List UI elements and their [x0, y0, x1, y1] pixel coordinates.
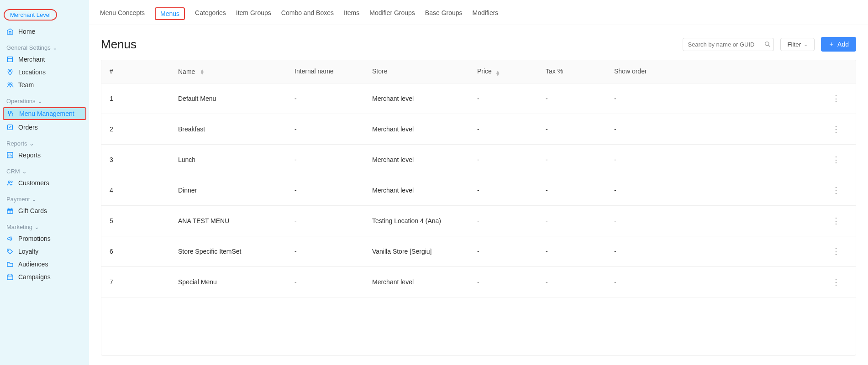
column-store[interactable]: Store [372, 68, 477, 76]
cell-idx: 7 [110, 278, 178, 286]
table-row[interactable]: 1Default Menu-Merchant level---⋮ [101, 83, 856, 114]
sidebar-item-label: Home [18, 28, 35, 35]
cell-tax: - [546, 95, 614, 102]
cell-store: Merchant level [372, 125, 477, 133]
search-input[interactable] [688, 41, 764, 48]
section-label: Payment [6, 196, 30, 203]
tab-item-groups[interactable]: Item Groups [236, 9, 271, 23]
sidebar-item-home[interactable]: Home [0, 25, 89, 38]
home-icon [6, 28, 14, 35]
cell-name: ANA TEST MENU [178, 217, 295, 224]
sidebar-item-orders[interactable]: Orders [0, 121, 89, 134]
sidebar-item-menu-management[interactable]: Menu Management [3, 107, 86, 120]
table-header: # Name ▲▼ Internal name Store Price ▲▼ T… [101, 60, 856, 83]
sidebar-item-label: Merchant [18, 56, 45, 63]
tab-menu-concepts[interactable]: Menu Concepts [100, 9, 145, 23]
cell-store: Merchant level [372, 95, 477, 102]
cell-name: Breakfast [178, 125, 295, 133]
table-row[interactable]: 7Special Menu-Merchant level---⋮ [101, 267, 856, 297]
column-price[interactable]: Price ▲▼ [477, 68, 546, 76]
row-actions-menu[interactable]: ⋮ [829, 125, 843, 134]
tab-menus[interactable]: Menus [155, 7, 185, 20]
add-button[interactable]: ＋ Add [821, 37, 856, 52]
column-idx[interactable]: # [110, 68, 178, 76]
location-icon [6, 68, 14, 76]
cell-internal: - [295, 248, 372, 255]
cell-store: Merchant level [372, 156, 477, 163]
row-actions-menu[interactable]: ⋮ [829, 186, 843, 195]
section-reports[interactable]: Reports ⌄ [0, 134, 89, 149]
column-show-order[interactable]: Show order [614, 68, 683, 76]
section-payment[interactable]: Payment ⌄ [0, 189, 89, 204]
table-row[interactable]: 4Dinner-Merchant level---⋮ [101, 175, 856, 206]
tab-combo-and-boxes[interactable]: Combo and Boxes [281, 9, 334, 23]
filter-button[interactable]: Filter ⌄ [780, 38, 815, 51]
sidebar-item-promotions[interactable]: Promotions [0, 232, 89, 245]
column-internal-name[interactable]: Internal name [295, 68, 372, 76]
sidebar-item-team[interactable]: Team [0, 78, 89, 91]
sidebar-item-label: Locations [18, 68, 46, 76]
svg-point-2 [11, 83, 12, 84]
main-content: Menu ConceptsMenusCategoriesItem GroupsC… [89, 0, 868, 365]
sidebar-item-gift-cards[interactable]: Gift Cards [0, 204, 89, 217]
sort-icon: ▲▼ [200, 69, 205, 74]
column-tax[interactable]: Tax % [546, 68, 614, 76]
cell-internal: - [295, 95, 372, 102]
table-row[interactable]: 2Breakfast-Merchant level---⋮ [101, 114, 856, 145]
tab-items[interactable]: Items [344, 9, 359, 23]
section-label: Reports [6, 140, 27, 147]
svg-point-8 [8, 250, 9, 250]
column-label: Price [477, 68, 492, 75]
svg-point-1 [8, 83, 10, 84]
search-icon [764, 41, 771, 47]
cell-internal: - [295, 217, 372, 224]
sidebar-item-customers[interactable]: Customers [0, 177, 89, 189]
sidebar-item-reports[interactable]: Reports [0, 149, 89, 162]
row-actions-menu[interactable]: ⋮ [829, 155, 843, 164]
cell-order: - [614, 248, 683, 255]
page-title: Menus [101, 37, 137, 52]
row-actions-menu[interactable]: ⋮ [829, 94, 843, 103]
sidebar-item-label: Gift Cards [18, 207, 47, 214]
cell-tax: - [546, 187, 614, 194]
tab-categories[interactable]: Categories [195, 9, 226, 23]
row-actions-menu[interactable]: ⋮ [829, 216, 843, 225]
cell-price: - [477, 156, 546, 163]
section-marketing[interactable]: Marketing ⌄ [0, 217, 89, 232]
section-general-settings[interactable]: General Settings ⌄ [0, 38, 89, 53]
merchant-level-badge[interactable]: Merchant Level [4, 9, 57, 21]
sidebar-item-campaigns[interactable]: Campaigns [0, 271, 89, 283]
menus-table: # Name ▲▼ Internal name Store Price ▲▼ T… [101, 60, 856, 356]
cell-price: - [477, 217, 546, 224]
page-header: Menus Filter ⌄ ＋ Add [89, 25, 868, 60]
cell-idx: 3 [110, 156, 178, 163]
sidebar-item-merchant[interactable]: Merchant [0, 53, 89, 66]
sidebar-item-locations[interactable]: Locations [0, 66, 89, 78]
svg-rect-9 [7, 275, 13, 280]
cell-idx: 4 [110, 187, 178, 194]
search-box[interactable] [683, 38, 774, 51]
cell-store: Vanilla Store [Sergiu] [372, 248, 477, 255]
tab-base-groups[interactable]: Base Groups [425, 9, 463, 23]
cell-price: - [477, 125, 546, 133]
cell-order: - [614, 95, 683, 102]
column-label: Name [178, 68, 195, 75]
table-row[interactable]: 3Lunch-Merchant level---⋮ [101, 145, 856, 175]
tab-modifiers[interactable]: Modifiers [473, 9, 499, 23]
sidebar-item-audiences[interactable]: Audiences [0, 258, 89, 271]
table-body[interactable]: 1Default Menu-Merchant level---⋮2Breakfa… [101, 83, 856, 355]
table-row[interactable]: 6Store Specific ItemSet-Vanilla Store [S… [101, 236, 856, 267]
row-actions-menu[interactable]: ⋮ [829, 277, 843, 287]
tab-modifier-groups[interactable]: Modifier Groups [369, 9, 415, 23]
chevron-down-icon: ⌄ [32, 196, 37, 203]
section-label: Marketing [6, 224, 32, 230]
sidebar-item-label: Loyalty [18, 248, 38, 255]
section-operations[interactable]: Operations ⌄ [0, 91, 89, 106]
cell-name: Store Specific ItemSet [178, 248, 295, 255]
sidebar-item-loyalty[interactable]: Loyalty [0, 245, 89, 258]
row-actions-menu[interactable]: ⋮ [829, 247, 843, 256]
cell-price: - [477, 95, 546, 102]
table-row[interactable]: 5ANA TEST MENU-Testing Location 4 (Ana)-… [101, 206, 856, 236]
column-name[interactable]: Name ▲▼ [178, 68, 295, 76]
section-crm[interactable]: CRM ⌄ [0, 162, 89, 177]
